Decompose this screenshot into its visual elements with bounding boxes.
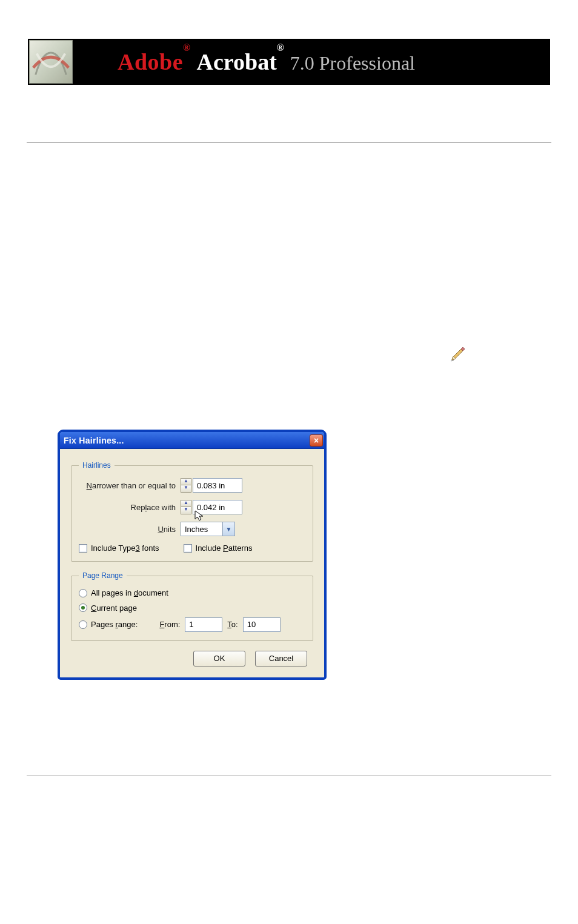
dialog-titlebar[interactable]: Fix Hairlines... × [60, 432, 324, 449]
to-label: To: [227, 620, 238, 629]
from-label: From: [159, 620, 180, 629]
hairlines-legend: Hairlines [79, 461, 115, 470]
units-dropdown[interactable]: ▼ [181, 522, 235, 536]
svg-rect-0 [30, 41, 72, 83]
narrower-label: Narrower than or equal to [79, 481, 181, 490]
divider-bottom [27, 776, 551, 776]
cancel-button[interactable]: Cancel [255, 651, 307, 666]
include-type3-label: Include Type3 fonts [91, 543, 159, 553]
radio-icon [79, 620, 87, 629]
narrower-spinner[interactable]: ▲ ▼ [181, 478, 242, 493]
hairlines-group: Hairlines Narrower than or equal to ▲ ▼ … [71, 461, 313, 562]
replace-label: Replace with [79, 503, 181, 512]
brand-acrobat: Acrobat® [197, 48, 284, 75]
dialog-title: Fix Hairlines... [64, 436, 310, 445]
spin-down-icon[interactable]: ▼ [181, 485, 191, 493]
radio-current-page[interactable]: Current page [79, 603, 137, 613]
divider-top [27, 142, 551, 143]
radio-icon [79, 589, 87, 597]
include-type3-checkbox[interactable]: Include Type3 fonts [79, 543, 159, 553]
product-header: Adobe® Acrobat® 7.0 Professional [28, 39, 550, 85]
fix-hairlines-dialog: Fix Hairlines... × Hairlines Narrower th… [59, 431, 325, 678]
narrower-input[interactable] [193, 478, 242, 493]
units-input[interactable] [181, 522, 223, 536]
radio-pages-range[interactable]: Pages range: [79, 620, 138, 629]
radio-current-page-label: Current page [91, 603, 137, 613]
to-input[interactable] [243, 617, 281, 632]
page-range-group: Page Range All pages in document Current… [71, 571, 313, 641]
radio-all-pages[interactable]: All pages in document [79, 588, 168, 597]
from-input[interactable] [185, 617, 222, 632]
checkbox-icon [184, 544, 192, 553]
radio-all-pages-label: All pages in document [91, 588, 168, 597]
pencil-icon [450, 345, 467, 362]
replace-input[interactable] [193, 500, 242, 514]
radio-pages-range-label: Pages range: [91, 620, 138, 629]
checkbox-icon [79, 544, 87, 553]
brand-version: 7.0 Professional [290, 52, 415, 75]
acrobat-logo-icon [29, 40, 73, 84]
include-patterns-checkbox[interactable]: Include Patterns [184, 543, 253, 553]
page-range-legend: Page Range [79, 571, 127, 580]
brand-adobe: Adobe® [118, 48, 191, 75]
units-label: Units [79, 525, 181, 534]
ok-button[interactable]: OK [193, 651, 245, 666]
replace-spinner[interactable]: ▲ ▼ [181, 500, 242, 514]
include-patterns-label: Include Patterns [196, 543, 253, 553]
radio-icon [79, 603, 87, 612]
spin-down-icon[interactable]: ▼ [181, 507, 191, 514]
close-icon[interactable]: × [310, 434, 323, 447]
product-title: Adobe® Acrobat® 7.0 Professional [118, 48, 415, 75]
chevron-down-icon[interactable]: ▼ [223, 522, 235, 536]
